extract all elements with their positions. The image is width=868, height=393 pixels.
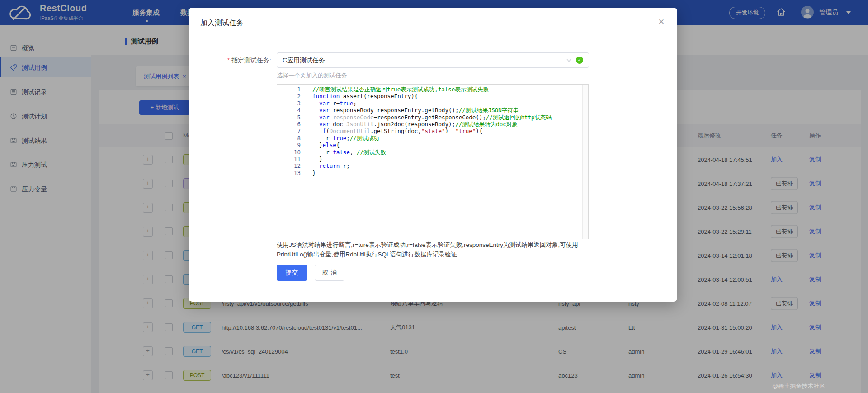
line-number: 4 — [277, 107, 307, 114]
join-test-task-modal: 加入测试任务 ✕ *指定测试任务: C应用测试任务 ✓ 选择一个要加入的测试任务… — [189, 8, 677, 302]
code-text: } — [307, 170, 316, 176]
app-root: RestCloud iPaaS企业集成平台 服务集成数据集成 开发环境 管理员 … — [0, 0, 868, 393]
line-number: 12 — [277, 162, 307, 169]
code-text: //断言测试结果是否正确返回true表示测试成功,false表示测试失败 — [307, 86, 489, 93]
line-number: 1 — [277, 86, 307, 93]
code-text: if(DocumentUtil.getString(doc,"state")==… — [307, 128, 482, 134]
code-text: } — [307, 156, 323, 162]
task-select-value: C应用测试任务 — [283, 53, 325, 67]
code-line: 13} — [277, 170, 582, 176]
line-number: 6 — [277, 121, 307, 128]
code-line: 5 var responseCode=responseEntry.getResp… — [277, 114, 582, 121]
modal-close-icon[interactable]: ✕ — [658, 18, 665, 27]
code-text: r=false; //测试失败 — [307, 149, 386, 156]
code-line: 4 var responseBody=responseEntry.getBody… — [277, 107, 582, 114]
line-number: 3 — [277, 100, 307, 107]
required-mark: * — [227, 57, 230, 64]
line-number: 5 — [277, 114, 307, 121]
code-line: 8 r=true;//测试成功 — [277, 135, 582, 142]
task-field-label: *指定测试任务: — [189, 52, 271, 68]
watermark: @稀土掘金技术社区 — [772, 382, 825, 390]
code-line: 10 r=false; //测试失败 — [277, 149, 582, 156]
line-number: 2 — [277, 93, 307, 99]
code-text: }else{ — [307, 142, 340, 148]
code-line: 12 return r; — [277, 162, 582, 169]
code-text: r=true;//测试成功 — [307, 135, 379, 142]
line-number: 9 — [277, 142, 307, 148]
editor-note-line1: 使用JS语法对结果进行断言,r=ture表示验证成功,r=false表示验证失败… — [277, 240, 602, 250]
code-text: var responseCode=responseEntry.getRespon… — [307, 114, 552, 121]
modal-title: 加入测试任务 — [200, 19, 244, 28]
line-number: 11 — [277, 156, 307, 162]
editor-note-line2: PrintUtil.o()输出变量,使用RdbUtil执行SQL语句进行数据库记… — [277, 250, 602, 259]
code-text: var doc=JsonUtil.json2doc(responseBody);… — [307, 121, 518, 128]
line-number: 7 — [277, 128, 307, 134]
code-line: 9 }else{ — [277, 142, 582, 148]
code-text: var responseBody=responseEntry.getBody()… — [307, 107, 519, 114]
cancel-button[interactable]: 取 消 — [315, 265, 344, 281]
modal-title-divider — [189, 38, 677, 38]
code-line: 1//断言测试结果是否正确返回true表示测试成功,false表示测试失败 — [277, 86, 582, 93]
task-select[interactable]: C应用测试任务 ✓ — [277, 52, 589, 68]
line-number: 8 — [277, 135, 307, 142]
code-line: 3 var r=true; — [277, 100, 582, 107]
line-number: 13 — [277, 170, 307, 176]
code-text: function assert(responseEntry){ — [307, 93, 418, 99]
task-select-hint: 选择一个要加入的测试任务 — [277, 71, 347, 80]
line-number: 10 — [277, 149, 307, 156]
select-valid-check-icon: ✓ — [576, 57, 583, 64]
code-line: 11 } — [277, 156, 582, 162]
code-text: return r; — [307, 162, 350, 169]
code-line: 6 var doc=JsonUtil.json2doc(responseBody… — [277, 121, 582, 128]
assert-script-editor[interactable]: 1//断言测试结果是否正确返回true表示测试成功,false表示测试失败2fu… — [277, 84, 589, 239]
chevron-down-icon — [566, 59, 571, 63]
code-line: 7 if(DocumentUtil.getString(doc,"state")… — [277, 128, 582, 134]
code-line: 2function assert(responseEntry){ — [277, 93, 582, 99]
code-text: var r=true; — [307, 100, 357, 107]
submit-button[interactable]: 提交 — [277, 265, 307, 281]
editor-scrollbar[interactable] — [582, 85, 588, 239]
